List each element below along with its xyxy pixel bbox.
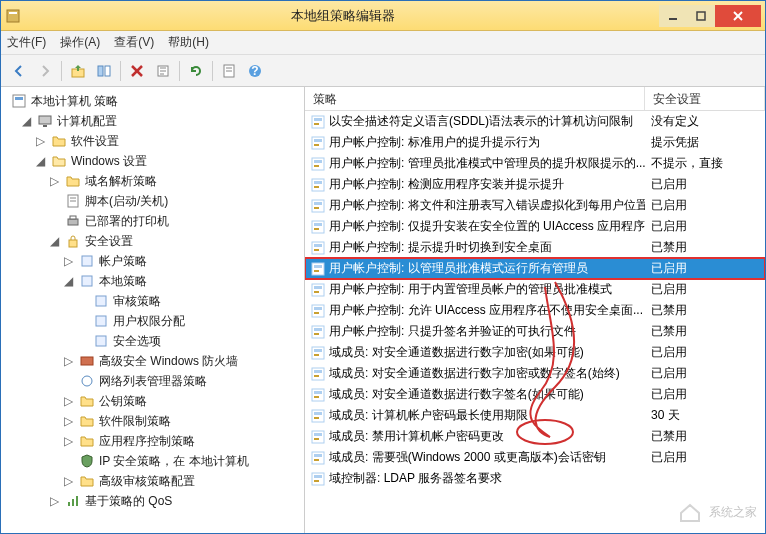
svg-rect-66 <box>314 328 322 331</box>
list-row[interactable]: 用户帐户控制: 仅提升安装在安全位置的 UIAccess 应用程序已启用 <box>305 216 765 237</box>
show-hide-tree-button[interactable] <box>92 59 116 83</box>
list-row[interactable]: 用户帐户控制: 提示提升时切换到安全桌面已禁用 <box>305 237 765 258</box>
menu-help[interactable]: 帮助(H) <box>168 34 209 51</box>
up-button[interactable] <box>66 59 90 83</box>
tree-local-policies[interactable]: ◢ 本地策略 <box>1 271 304 291</box>
properties-button[interactable] <box>217 59 241 83</box>
policy-folder-icon <box>79 253 95 269</box>
tree-account-policies[interactable]: ▷ 帐户策略 <box>1 251 304 271</box>
tree-security-settings[interactable]: ◢ 安全设置 <box>1 231 304 251</box>
tree-firewall[interactable]: ▷ 高级安全 Windows 防火墙 <box>1 351 304 371</box>
forward-button[interactable] <box>33 59 57 83</box>
folder-icon <box>79 393 95 409</box>
tree-network-list[interactable]: 网络列表管理器策略 <box>1 371 304 391</box>
svg-rect-82 <box>314 438 319 440</box>
tree-printers[interactable]: 已部署的打印机 <box>1 211 304 231</box>
tree-ip-security[interactable]: IP 安全策略，在 本地计算机 <box>1 451 304 471</box>
expand-icon[interactable]: ▷ <box>61 474 75 488</box>
tree-public-key[interactable]: ▷ 公钥策略 <box>1 391 304 411</box>
list-row[interactable]: 用户帐户控制: 允许 UIAccess 应用程序在不使用安全桌面...已禁用 <box>305 300 765 321</box>
tree-software-settings[interactable]: ▷ 软件设置 <box>1 131 304 151</box>
list-row[interactable]: 以安全描述符定义语言(SDDL)语法表示的计算机访问限制没有定义 <box>305 111 765 132</box>
delete-button[interactable] <box>125 59 149 83</box>
expand-icon[interactable]: ▷ <box>47 494 61 508</box>
collapse-icon[interactable]: ◢ <box>61 274 75 288</box>
back-button[interactable] <box>7 59 31 83</box>
list-body[interactable]: 以安全描述符定义语言(SDDL)语法表示的计算机访问限制没有定义用户帐户控制: … <box>305 111 765 533</box>
expand-icon[interactable]: ▷ <box>47 174 61 188</box>
svg-rect-39 <box>314 139 322 142</box>
list-row[interactable]: 用户帐户控制: 用于内置管理员帐户的管理员批准模式已启用 <box>305 279 765 300</box>
close-button[interactable] <box>715 5 761 27</box>
collapse-icon[interactable]: ◢ <box>33 154 47 168</box>
list-row[interactable]: 域成员: 禁用计算机帐户密码更改已禁用 <box>305 426 765 447</box>
svg-rect-43 <box>314 165 319 167</box>
column-security[interactable]: 安全设置 <box>645 87 765 110</box>
titlebar: 本地组策略编辑器 <box>1 1 765 31</box>
expand-icon[interactable]: ▷ <box>61 414 75 428</box>
menu-file[interactable]: 文件(F) <box>7 34 46 51</box>
tree-app-control[interactable]: ▷ 应用程序控制策略 <box>1 431 304 451</box>
menu-action[interactable]: 操作(A) <box>60 34 100 51</box>
tree-software-restriction[interactable]: ▷ 软件限制策略 <box>1 411 304 431</box>
policy-security-value: 已启用 <box>645 176 765 193</box>
tree-scripts[interactable]: 脚本(启动/关机) <box>1 191 304 211</box>
list-row[interactable]: 域成员: 对安全通道数据进行数字签名(如果可能)已启用 <box>305 384 765 405</box>
folder-open-icon <box>51 153 67 169</box>
expand-icon[interactable]: ▷ <box>61 394 75 408</box>
tree-root[interactable]: 本地计算机 策略 <box>1 91 304 111</box>
list-row[interactable]: 域控制器: LDAP 服务器签名要求 <box>305 468 765 489</box>
tree-qos[interactable]: ▷ 基于策略的 QoS <box>1 491 304 511</box>
list-row[interactable]: 用户帐户控制: 以管理员批准模式运行所有管理员已启用 <box>305 258 765 279</box>
tree-name-resolution[interactable]: ▷ 域名解析策略 <box>1 171 304 191</box>
list-row[interactable]: 域成员: 对安全通道数据进行数字加密(如果可能)已启用 <box>305 342 765 363</box>
expand-icon[interactable]: ▷ <box>61 354 75 368</box>
svg-rect-50 <box>312 221 324 233</box>
svg-text:?: ? <box>251 64 258 78</box>
list-row[interactable]: 用户帐户控制: 标准用户的提升提示行为提示凭据 <box>305 132 765 153</box>
tree-panel[interactable]: 本地计算机 策略 ◢ 计算机配置 ▷ 软件设置 ◢ Windows 设置 ▷ 域… <box>1 87 305 533</box>
tree-audit-policy[interactable]: 审核策略 <box>1 291 304 311</box>
firewall-icon <box>79 353 95 369</box>
minimize-button[interactable] <box>659 5 687 27</box>
tree-advanced-audit[interactable]: ▷ 高级审核策略配置 <box>1 471 304 491</box>
policy-item-icon <box>311 157 325 171</box>
svg-rect-77 <box>312 410 324 422</box>
help-button[interactable]: ? <box>243 59 267 83</box>
list-row[interactable]: 用户帐户控制: 管理员批准模式中管理员的提升权限提示的...不提示，直接 <box>305 153 765 174</box>
expand-icon[interactable]: ▷ <box>61 434 75 448</box>
policy-item-icon <box>311 451 325 465</box>
collapse-icon[interactable]: ◢ <box>19 114 33 128</box>
list-row[interactable]: 域成员: 对安全通道数据进行数字加密或数字签名(始终)已启用 <box>305 363 765 384</box>
svg-rect-48 <box>314 202 322 205</box>
policy-security-value: 没有定义 <box>645 113 765 130</box>
tree-computer-config[interactable]: ◢ 计算机配置 <box>1 111 304 131</box>
list-row[interactable]: 域成员: 需要强(Windows 2000 或更高版本)会话密钥已启用 <box>305 447 765 468</box>
list-row[interactable]: 用户帐户控制: 检测应用程序安装并提示提升已启用 <box>305 174 765 195</box>
maximize-button[interactable] <box>687 5 715 27</box>
menu-view[interactable]: 查看(V) <box>114 34 154 51</box>
content-area: 本地计算机 策略 ◢ 计算机配置 ▷ 软件设置 ◢ Windows 设置 ▷ 域… <box>1 87 765 533</box>
tree-windows-settings[interactable]: ◢ Windows 设置 <box>1 151 304 171</box>
list-row[interactable]: 用户帐户控制: 将文件和注册表写入错误虚拟化到每用户位置已启用 <box>305 195 765 216</box>
policy-item-icon <box>311 304 325 318</box>
app-icon <box>5 8 21 24</box>
collapse-icon[interactable]: ◢ <box>47 234 61 248</box>
list-row[interactable]: 用户帐户控制: 只提升签名并验证的可执行文件已禁用 <box>305 321 765 342</box>
folder-icon <box>79 473 95 489</box>
svg-rect-71 <box>312 368 324 380</box>
svg-rect-41 <box>312 158 324 170</box>
list-row[interactable]: 域成员: 计算机帐户密码最长使用期限30 天 <box>305 405 765 426</box>
policy-item-icon <box>311 409 325 423</box>
policy-icon <box>11 93 27 109</box>
export-button[interactable] <box>151 59 175 83</box>
policy-security-value: 已启用 <box>645 449 765 466</box>
expand-icon[interactable]: ▷ <box>33 134 47 148</box>
tree-user-rights[interactable]: 用户权限分配 <box>1 311 304 331</box>
expand-icon[interactable]: ▷ <box>61 254 75 268</box>
column-policy[interactable]: 策略 <box>305 87 645 110</box>
refresh-button[interactable] <box>184 59 208 83</box>
tree-security-options[interactable]: 安全选项 <box>1 331 304 351</box>
svg-rect-45 <box>314 181 322 184</box>
svg-rect-70 <box>314 354 319 356</box>
